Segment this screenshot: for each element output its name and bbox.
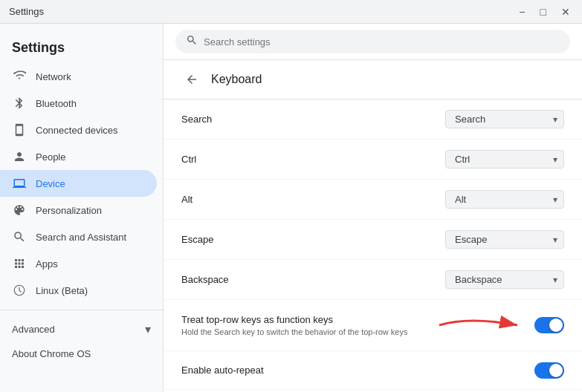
auto-repeat-toggle[interactable] xyxy=(534,362,564,379)
sidebar-item-device[interactable]: Device xyxy=(0,170,157,197)
sidebar-item-search-assistant-label: Search and Assistant xyxy=(36,232,126,243)
backspace-row-label: Backspace xyxy=(181,274,229,285)
backspace-dropdown[interactable]: Backspace ▾ xyxy=(445,270,564,289)
search-icon xyxy=(12,229,27,244)
alt-row-label: Alt xyxy=(181,194,193,205)
ctrl-row-label: Ctrl xyxy=(181,154,196,165)
settings-row-backspace: Backspace Backspace ▾ xyxy=(164,260,582,300)
search-bar xyxy=(175,30,570,53)
ctrl-dropdown[interactable]: Ctrl ▾ xyxy=(445,150,564,169)
ctrl-dropdown-arrow: ▾ xyxy=(553,154,557,165)
search-row-label: Search xyxy=(181,114,212,125)
search-bar-icon xyxy=(186,34,198,49)
ctrl-dropdown-value: Ctrl xyxy=(455,154,470,165)
sidebar-item-device-label: Device xyxy=(36,178,65,189)
bluetooth-icon xyxy=(12,96,27,111)
wifi-icon xyxy=(12,69,27,84)
person-icon xyxy=(12,149,27,164)
backspace-dropdown-arrow: ▾ xyxy=(553,275,557,285)
escape-dropdown[interactable]: Escape ▾ xyxy=(445,230,564,249)
main-content: Keyboard Search Search ▾ Ctrl Ctrl ▾ xyxy=(164,24,582,392)
sidebar-advanced-label: Advanced xyxy=(12,324,55,335)
settings-row-search: Search Search ▾ xyxy=(164,99,582,140)
laptop-icon xyxy=(12,176,27,191)
sidebar: Settings Network Bluetooth Connected dev… xyxy=(0,24,164,392)
sidebar-item-connected-devices-label: Connected devices xyxy=(36,125,118,136)
apps-icon xyxy=(12,256,27,271)
search-dropdown-value: Search xyxy=(455,114,485,125)
sidebar-advanced[interactable]: Advanced ▾ xyxy=(0,316,163,342)
search-input[interactable] xyxy=(204,36,560,48)
sidebar-item-personalization-label: Personalization xyxy=(36,205,102,216)
treat-top-row-title: Treat top-row keys as function keys xyxy=(181,314,432,325)
escape-dropdown-arrow: ▾ xyxy=(553,235,557,245)
sidebar-item-connected-devices[interactable]: Connected devices xyxy=(0,117,157,143)
settings-row-alt: Alt Alt ▾ xyxy=(164,180,582,220)
maximize-button[interactable]: □ xyxy=(537,4,549,19)
search-dropdown-arrow: ▾ xyxy=(553,114,557,125)
keyboard-header: Keyboard xyxy=(164,60,582,99)
settings-row-treat-top-row: Treat top-row keys as function keys Hold… xyxy=(164,300,582,351)
sidebar-item-personalization[interactable]: Personalization xyxy=(0,197,157,223)
devices-icon xyxy=(12,122,27,137)
sidebar-item-bluetooth[interactable]: Bluetooth xyxy=(0,90,157,117)
alt-dropdown-value: Alt xyxy=(455,194,466,205)
escape-dropdown-value: Escape xyxy=(455,234,487,245)
settings-row-escape: Escape Escape ▾ xyxy=(164,220,582,260)
sidebar-item-people[interactable]: People xyxy=(0,143,157,170)
auto-repeat-toggle-wrap xyxy=(534,362,564,379)
window-title: Settings xyxy=(9,6,44,17)
sidebar-item-about[interactable]: About Chrome OS xyxy=(0,342,163,365)
treat-top-row-toggle-wrap xyxy=(534,317,564,333)
keyboard-page-title: Keyboard xyxy=(211,73,262,86)
sidebar-divider xyxy=(0,310,163,310)
minimize-button[interactable]: − xyxy=(516,4,528,19)
sidebar-item-apps-label: Apps xyxy=(36,258,58,270)
linux-icon xyxy=(12,283,27,298)
search-dropdown[interactable]: Search ▾ xyxy=(445,110,564,128)
search-bar-wrap xyxy=(164,24,582,60)
sidebar-item-bluetooth-label: Bluetooth xyxy=(36,98,77,109)
arrow-annotation xyxy=(432,310,528,340)
content-area: Keyboard Search Search ▾ Ctrl Ctrl ▾ xyxy=(164,60,582,392)
alt-dropdown[interactable]: Alt ▾ xyxy=(445,190,564,209)
chevron-down-icon: ▾ xyxy=(145,322,151,336)
close-button[interactable]: ✕ xyxy=(558,4,573,19)
sidebar-item-network-label: Network xyxy=(36,71,71,82)
window-controls: − □ ✕ xyxy=(516,4,573,19)
sidebar-item-search-assistant[interactable]: Search and Assistant xyxy=(0,223,157,250)
sidebar-item-linux[interactable]: Linux (Beta) xyxy=(0,277,157,304)
treat-top-row-toggle[interactable] xyxy=(534,317,564,333)
alt-dropdown-arrow: ▾ xyxy=(553,195,557,205)
sidebar-item-apps[interactable]: Apps xyxy=(0,250,157,277)
sidebar-item-linux-label: Linux (Beta) xyxy=(36,285,88,296)
sidebar-title: Settings xyxy=(0,30,163,63)
palette-icon xyxy=(12,203,27,218)
auto-repeat-label: Enable auto-repeat xyxy=(181,365,264,376)
backspace-dropdown-value: Backspace xyxy=(455,274,502,285)
sidebar-item-network[interactable]: Network xyxy=(0,63,157,90)
sidebar-item-people-label: People xyxy=(36,151,65,163)
title-bar: Settings − □ ✕ xyxy=(0,0,582,24)
settings-row-auto-repeat: Enable auto-repeat xyxy=(164,351,582,390)
app-body: Settings Network Bluetooth Connected dev… xyxy=(0,24,582,392)
back-button[interactable] xyxy=(181,69,202,90)
settings-row-ctrl: Ctrl Ctrl ▾ xyxy=(164,140,582,180)
escape-row-label: Escape xyxy=(181,234,213,245)
sidebar-about-label: About Chrome OS xyxy=(12,348,91,359)
treat-top-row-desc: Hold the Search key to switch the behavi… xyxy=(181,327,432,336)
